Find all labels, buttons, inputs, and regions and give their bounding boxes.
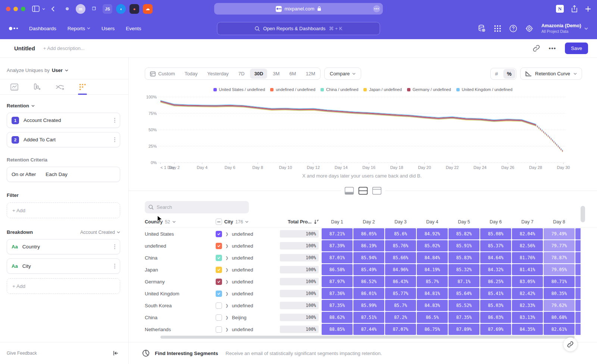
retention-cell[interactable]: 86.03% [480,312,511,323]
date-range-yesterday[interactable]: Yesterday [203,68,234,79]
extension-icon-3[interactable]: JS [103,4,112,14]
retention-cell[interactable]: 85.32% [448,264,479,275]
retention-cell[interactable]: 84.83% [417,300,448,311]
retention-cell[interactable]: 85.37% [480,240,511,251]
series-checkbox-checked[interactable] [216,267,222,273]
analyze-entity-dropdown[interactable]: User [52,68,63,73]
date-range-7d[interactable]: 7D [234,68,250,79]
retention-cell[interactable]: 85.76% [385,240,416,251]
row-city-label[interactable]: undefined [232,303,253,308]
series-checkbox-checked[interactable] [216,231,222,237]
chart-type-dropdown[interactable]: Retention Curve [520,68,582,80]
series-checkbox-unchecked[interactable] [216,314,222,321]
breakdown-property-label[interactable]: City [22,263,31,269]
retention-cell[interactable]: 85.99% [353,300,384,311]
select-all-checkbox[interactable] [216,219,222,225]
extension-icon-6[interactable]: ☁ [143,4,153,14]
row-city-label[interactable]: undefined [232,279,253,285]
retention-cell[interactable]: 84.32% [480,264,511,275]
series-checkbox-unchecked[interactable] [216,326,222,333]
series-checkbox-checked[interactable] [216,255,222,261]
extension-icon-5[interactable]: ● [129,4,139,14]
report-title[interactable]: Untitled [14,45,35,51]
day-column-header-8[interactable]: Day 8 [544,219,575,225]
expand-row-icon[interactable]: ❯ [225,256,228,260]
row-city-label[interactable]: undefined [232,255,253,261]
retention-cell-clipped[interactable] [575,240,581,251]
retention-cell[interactable]: 86.05% [353,228,384,239]
extension-icons[interactable]: ⊚m❒JS◖●☁ [62,4,153,14]
retention-cell-clipped[interactable] [575,324,581,335]
new-tab-icon[interactable] [585,6,591,12]
city-column-header[interactable]: City176 [216,219,280,225]
retention-cell[interactable]: 87.44% [353,324,384,335]
retention-cell[interactable]: 85.02% [417,240,448,251]
retention-cell[interactable]: 79.05% [544,264,575,275]
expand-row-icon[interactable]: ❯ [225,327,228,332]
step-options-icon[interactable] [114,118,115,123]
retention-cell[interactable]: 84.96% [385,264,416,275]
expand-row-icon[interactable]: ❯ [225,316,228,320]
retention-cell[interactable]: 84.92% [417,228,448,239]
retention-cell[interactable]: 87.35% [322,300,353,311]
retention-cell[interactable]: 87.01% [322,252,353,263]
add-filter-button[interactable]: + Add [7,203,120,218]
retention-cell[interactable]: 87.07% [385,324,416,335]
expand-row-icon[interactable]: ❯ [225,280,228,284]
date-range-custom[interactable]: Custom [145,68,180,79]
retention-cell[interactable]: 87.1% [448,276,479,287]
retention-cell[interactable]: 80.68% [544,312,575,323]
add-description[interactable]: + Add description... [43,46,85,51]
tab-insights[interactable] [7,79,22,94]
row-city-label[interactable]: undefined [232,327,253,332]
row-city-label[interactable]: undefined [232,231,253,237]
step-event-label[interactable]: Added To Cart [24,137,56,142]
retention-cell[interactable]: 86.19% [353,240,384,251]
retention-cell[interactable]: 80.71% [544,276,575,287]
vertical-scrollbar[interactable] [581,206,585,222]
percent-format-button[interactable]: % [503,69,515,79]
row-country-label[interactable]: Netherlands [145,327,216,332]
retention-cell[interactable]: 87.21% [322,228,353,239]
retention-cell[interactable]: 82.61% [544,324,575,335]
breakdown-options-icon[interactable] [114,264,115,269]
retention-cell[interactable]: 85.41% [480,288,511,299]
extension-icon-0[interactable]: ⊚ [62,4,72,14]
table-only-view-button[interactable] [372,187,381,195]
nav-item-dashboards[interactable]: Dashboards [29,26,56,31]
criteria-condition[interactable]: On or After [12,172,36,177]
retention-cell[interactable]: 82.56% [512,240,543,251]
extension-icon-1[interactable]: m [76,4,85,14]
apps-grid-icon[interactable] [494,25,501,32]
maximize-window-button[interactable] [21,7,25,11]
url-options-icon[interactable]: ••• [373,5,380,12]
day-column-header-5[interactable]: Day 5 [448,219,479,225]
nav-item-users[interactable]: Users [101,26,115,31]
global-search[interactable]: Open Reports & Dashboards ⌘ + K [217,22,380,35]
retention-cell-clipped[interactable] [575,276,581,287]
retention-cell-clipped[interactable] [575,228,581,239]
table-search-input[interactable] [157,204,245,210]
retention-cell[interactable]: 84.64% [480,252,511,263]
back-button[interactable] [51,6,55,12]
url-bar[interactable]: mixpanel.com ••• [214,3,383,15]
nav-item-events[interactable]: Events [126,26,141,31]
retention-cell[interactable]: 82.04% [512,228,543,239]
date-range-6m[interactable]: 6M [284,68,301,79]
day-column-header-3[interactable]: Day 3 [385,219,416,225]
retention-cell[interactable]: 82.33% [512,300,543,311]
retention-cell[interactable]: 79.62% [544,300,575,311]
notion-extension-icon[interactable]: N [556,5,564,13]
row-city-label[interactable]: Beijing [232,315,246,320]
day-column-header-2[interactable]: Day 2 [353,219,384,225]
collapse-sidebar-icon[interactable] [113,351,119,356]
retention-cell[interactable]: 87.2% [385,312,416,323]
legend-item[interactable]: China / undefined [321,87,358,92]
retention-cell[interactable]: 86.75% [417,324,448,335]
horizontal-scrollbar[interactable] [160,336,575,339]
legend-item[interactable]: United Kingdom / undefined [456,87,513,92]
data-management-icon[interactable] [478,24,486,32]
criteria-interval[interactable]: Each Day [46,172,68,177]
expand-row-icon[interactable]: ❯ [225,268,228,272]
row-country-label[interactable]: United States [145,231,216,237]
